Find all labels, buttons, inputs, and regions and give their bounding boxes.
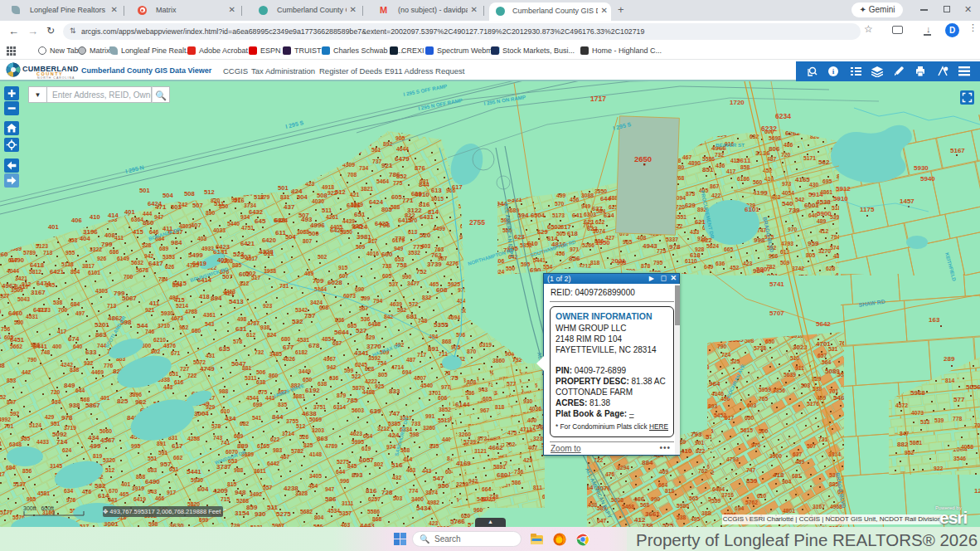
svg-text:577: 577 bbox=[507, 381, 517, 387]
svg-text:747: 747 bbox=[389, 410, 400, 417]
svg-text:6057: 6057 bbox=[359, 456, 374, 464]
svg-text:4567: 4567 bbox=[100, 436, 115, 444]
svg-text:163: 163 bbox=[929, 316, 940, 324]
svg-text:464: 464 bbox=[308, 483, 318, 489]
svg-text:421: 421 bbox=[350, 192, 360, 197]
svg-text:507: 507 bbox=[807, 443, 817, 449]
svg-text:495: 495 bbox=[691, 516, 701, 522]
svg-text:1720: 1720 bbox=[730, 99, 745, 106]
svg-text:844: 844 bbox=[419, 181, 429, 188]
svg-text:894: 894 bbox=[211, 295, 222, 302]
svg-text:3817: 3817 bbox=[82, 263, 95, 269]
svg-text:835: 835 bbox=[0, 309, 2, 315]
svg-text:547: 547 bbox=[433, 475, 444, 482]
svg-text:952: 952 bbox=[905, 450, 915, 456]
svg-text:732: 732 bbox=[715, 152, 725, 158]
svg-text:988: 988 bbox=[234, 467, 244, 473]
svg-text:404: 404 bbox=[80, 235, 90, 242]
svg-text:905: 905 bbox=[27, 496, 36, 502]
svg-text:3710: 3710 bbox=[158, 323, 170, 329]
svg-text:502: 502 bbox=[245, 270, 256, 277]
svg-text:3900: 3900 bbox=[769, 453, 782, 459]
svg-text:403: 403 bbox=[197, 236, 207, 241]
svg-text:3860: 3860 bbox=[492, 358, 505, 363]
svg-text:4996: 4996 bbox=[310, 222, 325, 229]
svg-text:845: 845 bbox=[347, 463, 357, 469]
svg-text:3714: 3714 bbox=[282, 431, 294, 436]
svg-text:5766: 5766 bbox=[450, 518, 465, 525]
svg-text:429: 429 bbox=[523, 457, 533, 463]
svg-text:991: 991 bbox=[425, 413, 435, 419]
svg-text:757: 757 bbox=[304, 312, 316, 319]
svg-text:3025: 3025 bbox=[481, 495, 496, 503]
svg-text:785: 785 bbox=[347, 397, 358, 404]
svg-text:825: 825 bbox=[117, 397, 129, 405]
svg-text:5739: 5739 bbox=[463, 439, 476, 445]
svg-text:6424: 6424 bbox=[369, 198, 384, 206]
svg-text:5118: 5118 bbox=[61, 261, 74, 267]
svg-text:772: 772 bbox=[395, 235, 405, 242]
svg-text:606: 606 bbox=[438, 395, 448, 401]
svg-text:722: 722 bbox=[187, 373, 197, 378]
svg-text:701: 701 bbox=[4, 423, 14, 429]
svg-text:921: 921 bbox=[145, 307, 155, 313]
svg-text:599: 599 bbox=[344, 368, 354, 373]
svg-text:867: 867 bbox=[710, 183, 720, 189]
svg-text:4044: 4044 bbox=[7, 268, 19, 274]
svg-text:499: 499 bbox=[90, 442, 101, 450]
svg-text:430: 430 bbox=[809, 182, 819, 188]
svg-text:6424: 6424 bbox=[274, 217, 289, 224]
svg-text:586: 586 bbox=[325, 495, 337, 503]
svg-text:838: 838 bbox=[70, 367, 80, 373]
svg-text:503: 503 bbox=[171, 203, 182, 211]
svg-text:512: 512 bbox=[204, 188, 215, 196]
svg-text:977: 977 bbox=[441, 384, 451, 390]
svg-text:507: 507 bbox=[222, 273, 233, 280]
svg-text:947: 947 bbox=[325, 486, 335, 492]
svg-text:3167: 3167 bbox=[31, 289, 46, 296]
svg-text:3938: 3938 bbox=[264, 268, 276, 274]
svg-text:5707: 5707 bbox=[769, 310, 784, 317]
svg-text:856: 856 bbox=[22, 468, 32, 474]
svg-text:503: 503 bbox=[393, 495, 403, 501]
svg-text:6426: 6426 bbox=[347, 202, 361, 209]
svg-text:852: 852 bbox=[0, 394, 7, 400]
svg-text:925: 925 bbox=[375, 383, 385, 389]
svg-text:582: 582 bbox=[397, 307, 407, 313]
svg-text:700: 700 bbox=[124, 274, 133, 280]
svg-text:443: 443 bbox=[163, 384, 173, 390]
svg-text:578: 578 bbox=[211, 423, 221, 429]
svg-text:6425: 6425 bbox=[375, 220, 390, 227]
svg-text:544: 544 bbox=[137, 322, 148, 329]
svg-text:5912: 5912 bbox=[836, 185, 851, 193]
svg-text:522: 522 bbox=[352, 373, 361, 379]
svg-text:4992: 4992 bbox=[0, 417, 11, 422]
svg-text:990: 990 bbox=[651, 496, 661, 502]
svg-text:775: 775 bbox=[413, 243, 424, 251]
svg-text:978: 978 bbox=[669, 243, 681, 251]
svg-text:794: 794 bbox=[373, 298, 383, 304]
svg-text:422: 422 bbox=[711, 193, 721, 198]
svg-text:984: 984 bbox=[171, 239, 182, 246]
svg-text:737: 737 bbox=[372, 158, 382, 164]
svg-text:854: 854 bbox=[70, 269, 80, 275]
svg-text:983: 983 bbox=[273, 447, 283, 453]
svg-text:487: 487 bbox=[767, 156, 777, 162]
svg-text:605: 605 bbox=[382, 273, 392, 279]
svg-text:466: 466 bbox=[633, 495, 645, 503]
svg-text:3477: 3477 bbox=[407, 280, 420, 286]
svg-text:5047: 5047 bbox=[231, 360, 246, 368]
svg-text:868: 868 bbox=[372, 516, 382, 522]
svg-text:775: 775 bbox=[393, 180, 403, 186]
svg-text:3212: 3212 bbox=[377, 426, 390, 432]
svg-text:5940: 5940 bbox=[920, 175, 935, 183]
svg-text:651: 651 bbox=[354, 211, 366, 218]
svg-text:582: 582 bbox=[95, 482, 106, 490]
svg-text:3981: 3981 bbox=[357, 233, 371, 241]
svg-text:572: 572 bbox=[409, 301, 419, 307]
svg-text:684: 684 bbox=[70, 301, 80, 307]
svg-text:765: 765 bbox=[759, 396, 769, 402]
svg-text:962: 962 bbox=[135, 398, 147, 406]
svg-text:4793: 4793 bbox=[726, 456, 739, 462]
svg-text:538: 538 bbox=[53, 300, 63, 305]
